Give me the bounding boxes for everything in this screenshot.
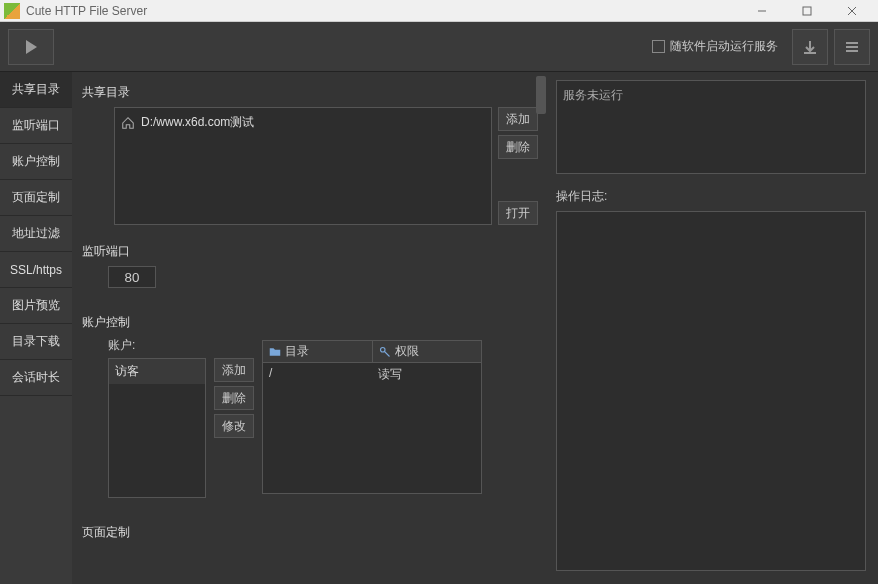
app-icon — [4, 3, 20, 19]
sidebar-item-preview[interactable]: 图片预览 — [0, 288, 72, 324]
sidebar-item-port[interactable]: 监听端口 — [0, 108, 72, 144]
sidebar-item-session[interactable]: 会话时长 — [0, 360, 72, 396]
log-box[interactable] — [556, 211, 866, 571]
edit-account-button[interactable]: 修改 — [214, 414, 254, 438]
log-label: 操作日志: — [556, 188, 866, 205]
scrollbar[interactable] — [536, 76, 546, 114]
dir-path: D:/www.x6d.com测试 — [141, 114, 254, 131]
perm-perm-cell: 读写 — [372, 363, 481, 385]
main-panel: 共享目录 D:/www.x6d.com测试 添加 删除 打开 监听端口 账户控制… — [72, 72, 548, 584]
svg-line-11 — [384, 351, 389, 356]
customize-section-title: 页面定制 — [82, 524, 538, 541]
port-section-title: 监听端口 — [82, 243, 538, 260]
right-panel: 服务未运行 操作日志: — [548, 72, 878, 584]
share-row: D:/www.x6d.com测试 添加 删除 打开 — [82, 107, 538, 225]
sidebar-item-customize[interactable]: 页面定制 — [0, 180, 72, 216]
start-service-button[interactable] — [8, 29, 54, 65]
open-dir-button[interactable]: 打开 — [498, 201, 538, 225]
sidebar-item-account[interactable]: 账户控制 — [0, 144, 72, 180]
permission-table: 目录 权限 / 读写 — [262, 340, 482, 494]
add-account-button[interactable]: 添加 — [214, 358, 254, 382]
del-account-button[interactable]: 删除 — [214, 386, 254, 410]
home-icon — [121, 116, 135, 130]
port-input[interactable] — [108, 266, 156, 288]
sidebar-item-ssl[interactable]: SSL/https — [0, 252, 72, 288]
svg-rect-1 — [803, 7, 811, 15]
menu-button[interactable] — [834, 29, 870, 65]
status-text: 服务未运行 — [563, 88, 623, 102]
table-row[interactable]: / 读写 — [263, 363, 481, 385]
account-buttons: 添加 删除 修改 — [214, 358, 254, 438]
account-list[interactable]: 访客 — [108, 358, 206, 498]
del-dir-button[interactable]: 删除 — [498, 135, 538, 159]
download-button[interactable] — [792, 29, 828, 65]
permission-header: 目录 权限 — [263, 341, 481, 363]
perm-header-perm: 权限 — [373, 341, 482, 362]
window-title: Cute HTTP File Server — [26, 4, 739, 18]
list-item[interactable]: 访客 — [109, 359, 205, 384]
window-controls — [739, 0, 874, 22]
share-buttons: 添加 删除 打开 — [498, 107, 538, 225]
status-box: 服务未运行 — [556, 80, 866, 174]
body: 共享目录 监听端口 账户控制 页面定制 地址过滤 SSL/https 图片预览 … — [0, 72, 878, 584]
account-section-title: 账户控制 — [82, 314, 538, 331]
add-dir-button[interactable]: 添加 — [498, 107, 538, 131]
maximize-button[interactable] — [784, 0, 829, 22]
checkbox-icon — [652, 40, 665, 53]
close-button[interactable] — [829, 0, 874, 22]
share-dir-list[interactable]: D:/www.x6d.com测试 — [114, 107, 492, 225]
account-row: 访客 添加 删除 修改 目录 权限 — [82, 358, 538, 498]
sidebar-item-filter[interactable]: 地址过滤 — [0, 216, 72, 252]
titlebar: Cute HTTP File Server — [0, 0, 878, 22]
share-section-title: 共享目录 — [82, 84, 538, 101]
perm-dir-cell: / — [263, 363, 372, 385]
sidebar-item-download[interactable]: 目录下载 — [0, 324, 72, 360]
folder-icon — [269, 346, 281, 358]
minimize-button[interactable] — [739, 0, 784, 22]
autostart-checkbox[interactable]: 随软件启动运行服务 — [652, 38, 778, 55]
key-icon — [379, 346, 391, 358]
toolbar: 随软件启动运行服务 — [0, 22, 878, 72]
svg-marker-4 — [26, 40, 37, 54]
list-item[interactable]: D:/www.x6d.com测试 — [121, 114, 485, 131]
perm-header-dir: 目录 — [263, 341, 373, 362]
autostart-label: 随软件启动运行服务 — [670, 38, 778, 55]
sidebar: 共享目录 监听端口 账户控制 页面定制 地址过滤 SSL/https 图片预览 … — [0, 72, 72, 584]
sidebar-item-share[interactable]: 共享目录 — [0, 72, 72, 108]
